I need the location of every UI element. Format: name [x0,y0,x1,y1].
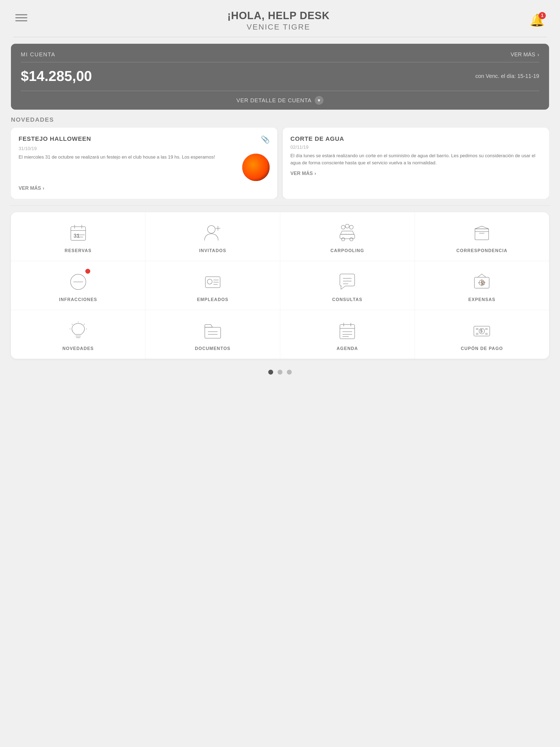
grid-cell-reservas[interactable]: 31 RESERVAS [11,212,146,261]
empleados-label: EMPLEADOS [197,297,228,302]
svg-point-23 [207,279,212,284]
chevron-down-icon: ▾ [315,96,324,105]
grid-cell-empleados[interactable]: EMPLEADOS [146,261,280,310]
id-card-icon [202,271,224,293]
carpooling-label: CARPOOLING [330,248,364,253]
news-card-halloween[interactable]: FESTEJO HALLOWEEN 📎 31/10/19 El miercole… [11,128,277,199]
pagination-dot-3[interactable] [287,370,292,375]
account-ver-mas-button[interactable]: VER MÁS › [510,51,539,58]
news-ver-mas-button-1[interactable]: VER MÁS › [19,185,270,191]
grid-cell-agenda[interactable]: AGENDA [280,310,415,359]
news-card-text-2: El día lunes se estará realizando un cor… [290,152,541,166]
infracciones-badge [85,269,90,274]
account-ver-mas-text: VER MÁS [510,51,535,58]
grid-cell-expensas[interactable]: 🏠 EXPENSAS [415,261,549,310]
grid-cell-carpooling[interactable]: CARPOOLING [280,212,415,261]
news-ver-mas-button-2[interactable]: VER MÁS › [290,171,541,176]
ver-mas-arrow-icon: › [43,185,44,191]
notification-badge: 1 [539,12,546,19]
svg-point-10 [341,225,345,229]
account-detail-text: VER DETALLE DE CUENTA [236,97,312,104]
calendar-icon: 31 [67,222,89,244]
box-icon [471,222,493,244]
svg-text:31: 31 [74,233,80,239]
news-card-date-2: 02/11/19 [290,145,541,150]
grid-cell-correspondencia[interactable]: CORRESPONDENCIA [415,212,549,261]
ver-mas-arrow-icon-2: › [314,171,316,176]
svg-point-15 [350,238,353,241]
grid-row-1: 31 RESERVAS INVITADOS [11,212,549,261]
svg-line-39 [84,324,84,325]
reservas-label: RESERVAS [65,248,92,253]
news-row: FESTEJO HALLOWEEN 📎 31/10/19 El miercole… [11,128,549,199]
pagination-dot-2[interactable] [278,370,282,375]
grid-row-2: INFRACCIONES EMPLEADOS [11,261,549,310]
account-detail-button[interactable]: VER DETALLE DE CUENTA ▾ [21,91,539,110]
grid-cell-invitados[interactable]: INVITADOS [146,212,280,261]
correspondencia-label: CORRESPONDENCIA [456,248,508,253]
notification-bell-button[interactable]: 🔔 1 [528,11,547,29]
header-center: ¡HOLA, HELP DESK VENICE TIGRE [29,10,528,31]
bulb-icon [67,320,89,342]
pumpkin-illustration [242,154,270,181]
hamburger-line-3 [15,20,27,21]
account-ver-mas-arrow: › [537,51,539,58]
money-house-icon: 🏠 [471,271,493,293]
grid-cell-novedades[interactable]: NOVEDADES [11,310,146,359]
svg-point-7 [207,226,215,233]
novedades-grid-label: NOVEDADES [62,346,94,351]
cupon-pago-label: CUPÓN DE PAGO [461,346,503,351]
grid-cell-documentos[interactable]: DOCUMENTOS [146,310,280,359]
chat-icon [336,271,358,293]
greeting-title: ¡HOLA, HELP DESK [29,10,528,22]
person-add-icon [202,222,224,244]
header-divider [13,37,547,37]
grid-row-3: NOVEDADES DOCUMENTOS [11,310,549,359]
folder-icon [202,320,224,342]
svg-point-11 [345,224,349,228]
calendar2-icon [336,320,358,342]
halloween-image [242,154,270,181]
car-people-icon [336,222,358,244]
services-grid-card: 31 RESERVAS INVITADOS [11,212,549,359]
pagination-dot-1[interactable] [268,370,273,375]
news-card-title-2: CORTE DE AGUA [290,135,541,143]
dollar-bill-icon: $ [471,320,493,342]
documentos-label: DOCUMENTOS [195,346,230,351]
consultas-label: CONSULTAS [332,297,362,302]
pagination [0,370,560,375]
hamburger-line-1 [15,14,27,15]
news-card-body: El miercoles 31 de octubre se realizará … [19,154,270,181]
account-divider [21,62,539,62]
news-card-date: 31/10/19 [19,146,270,152]
grid-cell-infracciones[interactable]: INFRACCIONES [11,261,146,310]
svg-point-12 [350,225,353,229]
svg-text:$: $ [480,329,483,333]
svg-point-14 [341,238,345,241]
no-circle-icon [67,271,89,293]
account-card: MI CUENTA VER MÁS › $14.285,00 con Venc.… [11,44,549,110]
account-venc: con Venc. el día: 15-11-19 [476,73,539,79]
header: ¡HOLA, HELP DESK VENICE TIGRE 🔔 1 [0,0,560,37]
account-label: MI CUENTA [21,51,55,58]
grid-cell-cupon-de-pago[interactable]: $ CUPÓN DE PAGO [415,310,549,359]
grid-cell-consultas[interactable]: CONSULTAS [280,261,415,310]
news-card-corte-agua[interactable]: CORTE DE AGUA 02/11/19 El día lunes se e… [283,128,549,199]
expensas-label: EXPENSAS [468,297,495,302]
news-card-body-2: El día lunes se estará realizando un cor… [290,152,541,166]
hamburger-line-2 [15,17,27,18]
agenda-label: AGENDA [337,346,358,351]
novedades-section-label: NOVEDADES [11,116,549,123]
invitados-label: INVITADOS [199,248,226,253]
account-amount: $14.285,00 [21,68,92,84]
news-card-header: FESTEJO HALLOWEEN 📎 [19,135,270,144]
svg-rect-16 [475,229,489,240]
infracciones-label: INFRACCIONES [59,297,97,302]
hamburger-button[interactable] [13,12,29,24]
location-subtitle: VENICE TIGRE [29,23,528,31]
news-card-title: FESTEJO HALLOWEEN [19,135,259,143]
attachment-icon: 📎 [261,135,270,144]
account-amount-row: $14.285,00 con Venc. el día: 15-11-19 [21,68,539,84]
section-divider [11,205,549,206]
news-card-header-2: CORTE DE AGUA [290,135,541,143]
